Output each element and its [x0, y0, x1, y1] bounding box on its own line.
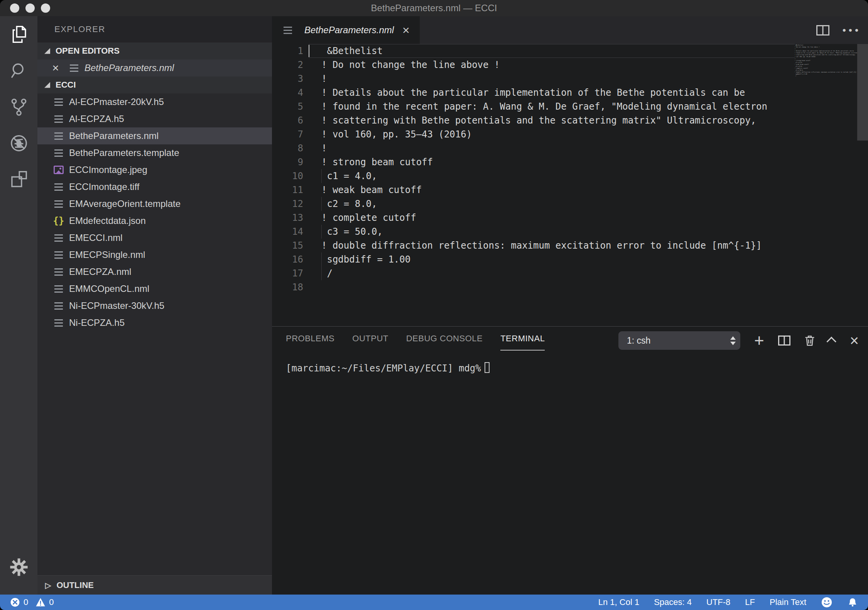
file-lines-icon: [52, 132, 65, 140]
code-line[interactable]: 8!: [272, 141, 795, 155]
close-panel-icon[interactable]: ×: [850, 334, 859, 347]
file-row[interactable]: EMECPZA.nml: [37, 263, 272, 280]
file-row[interactable]: EMECPSingle.nml: [37, 246, 272, 263]
line-text: !: [309, 72, 327, 86]
file-lines-icon: [52, 302, 65, 310]
close-editor-icon[interactable]: ×: [50, 62, 61, 74]
zoom-window-button[interactable]: [41, 3, 50, 13]
panel-tab-debug-console[interactable]: DEBUG CONSOLE: [406, 334, 483, 351]
line-text: ! weak beam cutoff: [309, 183, 422, 197]
split-editor-icon[interactable]: [816, 25, 829, 36]
code-line[interactable]: 3!: [272, 72, 795, 86]
file-row[interactable]: ECCImontage.jpeg: [37, 161, 272, 178]
code-editor[interactable]: 1 &Bethelist2! Do not change the line ab…: [272, 44, 795, 326]
line-text: c2 = 8.0,: [309, 197, 377, 211]
eol-sequence[interactable]: LF: [745, 597, 755, 607]
line-number: 2: [272, 58, 309, 72]
file-lines-icon: [52, 183, 65, 191]
split-terminal-icon[interactable]: [778, 336, 790, 346]
settings-gear-icon[interactable]: [0, 549, 37, 585]
file-row[interactable]: {}EMdefectdata.json: [37, 212, 272, 229]
file-name: Ni-ECPZA.h5: [69, 317, 125, 328]
code-line[interactable]: 5! found in the recent paper: A. Wang & …: [272, 100, 795, 114]
notifications-bell-icon[interactable]: [847, 597, 858, 608]
file-list: Al-ECPmaster-20kV.h5Al-ECPZA.h5BethePara…: [37, 93, 272, 331]
extensions-icon[interactable]: [0, 161, 37, 198]
code-line[interactable]: 12 c2 = 8.0,: [272, 197, 795, 211]
close-window-button[interactable]: [10, 3, 19, 13]
titlebar: BetheParameters.nml — ECCI: [0, 0, 868, 16]
code-line[interactable]: 15! double diffraction reflections: maxi…: [272, 239, 795, 252]
new-terminal-icon[interactable]: +: [754, 333, 764, 348]
search-icon[interactable]: [0, 53, 37, 89]
file-lines-icon: [52, 251, 65, 259]
line-text: ! complete cutoff: [309, 211, 416, 225]
activity-bar: [0, 16, 37, 595]
file-lines-icon: [52, 285, 65, 293]
file-row[interactable]: ECCImontage.tiff: [37, 178, 272, 195]
encoding[interactable]: UTF-8: [706, 597, 730, 607]
code-line[interactable]: 9! strong beam cutoff: [272, 155, 795, 169]
line-number: 16: [272, 252, 309, 266]
file-row[interactable]: Ni-ECPmaster-30kV.h5: [37, 297, 272, 314]
file-lines-icon: [52, 149, 65, 157]
file-name: EMECPSingle.nml: [69, 249, 145, 260]
line-text: ! Do not change the line above !: [309, 58, 500, 72]
file-row[interactable]: Ni-ECPZA.h5: [37, 314, 272, 331]
code-line[interactable]: 16 sgdbdiff = 1.00: [272, 252, 795, 266]
cursor-position[interactable]: Ln 1, Col 1: [598, 597, 639, 607]
language-mode[interactable]: Plain Text: [770, 597, 806, 607]
file-row[interactable]: BetheParameters.nml: [37, 127, 272, 144]
indentation[interactable]: Spaces: 4: [654, 597, 692, 607]
code-line[interactable]: 11! weak beam cutoff: [272, 183, 795, 197]
code-line[interactable]: 17 /: [272, 266, 795, 280]
file-row[interactable]: EMMCOpenCL.nml: [37, 280, 272, 297]
code-line[interactable]: 2! Do not change the line above !: [272, 58, 795, 72]
minimize-window-button[interactable]: [25, 3, 35, 13]
code-line[interactable]: 18: [272, 280, 795, 294]
scrollbar-slider[interactable]: [857, 44, 868, 141]
terminal-shell-select[interactable]: 1: csh: [618, 331, 740, 350]
close-tab-icon[interactable]: ×: [402, 24, 410, 36]
explorer-icon[interactable]: [0, 16, 37, 53]
terminal-cursor: [485, 362, 490, 373]
code-line[interactable]: 7! vol 160, pp. 35–43 (2016): [272, 127, 795, 141]
code-line[interactable]: 4! Details about the particular implemen…: [272, 86, 795, 100]
editor-scrollbar[interactable]: [857, 44, 868, 326]
kill-terminal-icon[interactable]: [804, 335, 815, 346]
code-line[interactable]: 6! scattering with Bethe potentials and …: [272, 114, 795, 127]
line-number: 9: [272, 155, 309, 169]
file-row[interactable]: Al-ECPmaster-20kV.h5: [37, 93, 272, 110]
open-editor-item[interactable]: × BetheParameters.nml: [37, 59, 272, 76]
maximize-panel-icon[interactable]: [829, 337, 836, 344]
open-editors-section-header[interactable]: OPEN EDITORS: [37, 42, 272, 59]
file-name: BetheParameters.nml: [69, 130, 159, 141]
file-row[interactable]: Al-ECPZA.h5: [37, 110, 272, 127]
file-row[interactable]: EMECCI.nml: [37, 229, 272, 246]
tab-betheparameters[interactable]: BetheParameters.nml ×: [272, 16, 420, 44]
debug-disabled-icon[interactable]: [0, 125, 37, 161]
minimap[interactable]: &Bethelist! Do not change the line above…: [795, 44, 857, 326]
panel-tab-problems[interactable]: PROBLEMS: [286, 334, 334, 351]
line-text: c3 = 50.0,: [309, 225, 383, 239]
line-number: 4: [272, 86, 309, 100]
bottom-panel: PROBLEMSOUTPUTDEBUG CONSOLETERMINAL 1: c…: [272, 326, 868, 595]
file-row[interactable]: BetheParameters.template: [37, 144, 272, 161]
line-text: ! found in the recent paper: A. Wang & M…: [309, 100, 767, 114]
file-row[interactable]: EMAverageOrient.template: [37, 195, 272, 212]
code-line[interactable]: 10 c1 = 4.0,: [272, 169, 795, 183]
editor-cursor: [309, 45, 309, 57]
source-control-icon[interactable]: [0, 89, 37, 125]
panel-tab-output[interactable]: OUTPUT: [352, 334, 388, 351]
code-line[interactable]: 1 &Bethelist: [272, 44, 795, 58]
code-line[interactable]: 14 c3 = 50.0,: [272, 225, 795, 239]
file-lines-icon: [52, 115, 65, 123]
panel-tab-terminal[interactable]: TERMINAL: [500, 334, 545, 351]
problems-status[interactable]: 0 0: [10, 597, 54, 607]
terminal-content[interactable]: [marcimac:~/Files/EMPlay/ECCI] mdg%: [272, 354, 868, 595]
folder-section-header[interactable]: ECCI: [37, 76, 272, 93]
feedback-smiley-icon[interactable]: [821, 596, 833, 608]
outline-section-header[interactable]: ▷ OUTLINE: [37, 575, 272, 595]
more-actions-icon[interactable]: •••: [843, 25, 861, 35]
code-line[interactable]: 13! complete cutoff: [272, 211, 795, 225]
